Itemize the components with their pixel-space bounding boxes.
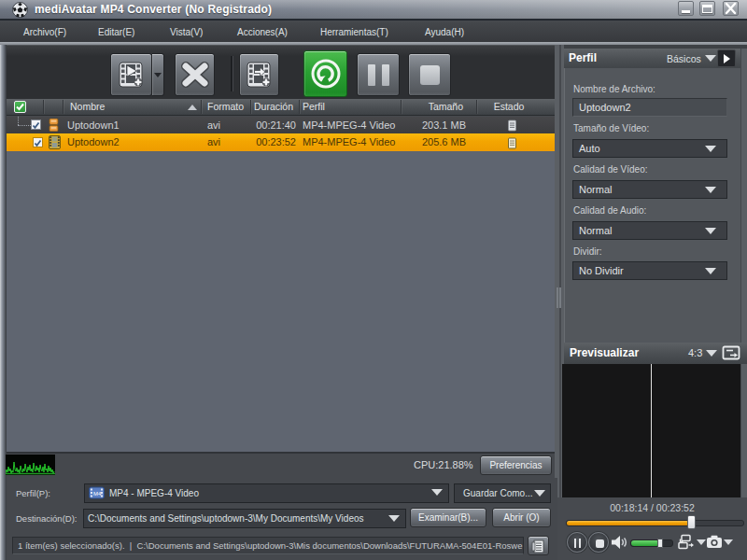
svg-text:M4: M4 (93, 491, 102, 497)
